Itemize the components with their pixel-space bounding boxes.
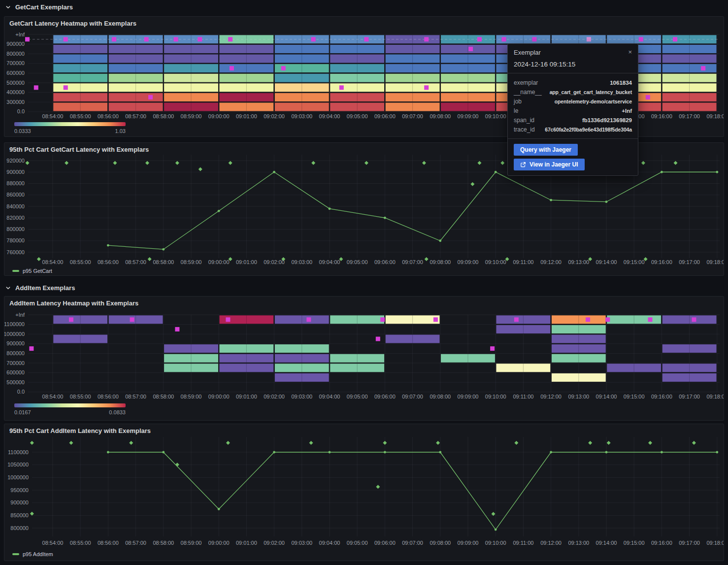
exemplar-marker[interactable] [490,346,495,351]
row-header-additem[interactable]: AddItem Exemplars [5,284,75,292]
exemplar-marker[interactable] [646,95,650,100]
exemplar-diamond[interactable] [148,257,152,261]
exemplar-diamond[interactable] [376,485,380,489]
view-in-jaeger-ui-button[interactable]: View in Jaeger UI [514,159,585,170]
exemplar-marker[interactable] [64,37,68,41]
exemplar-marker[interactable] [532,37,536,41]
exemplar-diamond[interactable] [648,441,652,445]
exemplar-marker[interactable] [174,37,178,41]
exemplar-marker[interactable] [198,37,202,41]
exemplar-diamond[interactable] [226,441,230,445]
exemplar-marker[interactable] [64,85,68,90]
exemplar-marker[interactable] [112,37,116,41]
panel-title[interactable]: GetCart Latency Heatmap with Exemplars [9,20,136,27]
legend-item-p95-additem[interactable]: p95 AddItem [12,551,53,557]
panel-title[interactable]: AddItem Latency Heatmap with Exemplars [9,299,138,307]
data-point[interactable] [495,171,497,173]
exemplar-diamond[interactable] [25,161,29,165]
exemplar-marker[interactable] [502,37,506,41]
exemplar-marker[interactable] [380,317,385,322]
exemplar-diamond[interactable] [199,167,202,171]
exemplar-diamond[interactable] [436,441,440,445]
exemplar-marker[interactable] [364,37,368,41]
exemplar-diamond[interactable] [129,441,133,445]
exemplar-diamond[interactable] [692,441,696,445]
exemplar-diamond[interactable] [65,161,68,165]
exemplar-marker[interactable] [433,317,438,322]
data-point[interactable] [605,200,608,203]
exemplar-marker[interactable] [639,37,643,41]
exemplar-marker[interactable] [148,95,153,100]
exemplar-diamond[interactable] [311,161,315,165]
data-point[interactable] [329,451,331,454]
exemplar-diamond[interactable] [674,161,678,165]
panel-title[interactable]: 95th Pct Cart AddItem Latency with Exemp… [9,427,151,434]
exemplar-diamond[interactable] [69,441,73,445]
exemplar-diamond[interactable] [470,182,474,186]
data-point[interactable] [439,239,441,242]
exemplar-diamond[interactable] [514,441,518,445]
exemplar-marker[interactable] [311,37,316,41]
row-header-getcart[interactable]: GetCart Exemplars [5,3,73,11]
exemplar-diamond[interactable] [607,441,611,445]
exemplar-marker[interactable] [477,37,482,41]
exemplar-marker[interactable] [130,317,134,322]
exemplar-marker[interactable] [29,346,33,351]
exemplar-marker[interactable] [339,85,344,90]
exemplar-marker[interactable] [306,317,311,322]
exemplar-diamond[interactable] [30,441,34,445]
exemplar-marker[interactable] [468,47,473,51]
exemplar-diamond[interactable] [364,161,368,165]
close-icon[interactable]: × [628,49,632,55]
exemplar-marker[interactable] [34,85,38,90]
data-point[interactable] [495,529,497,531]
exemplar-diamond[interactable] [425,257,429,261]
data-point[interactable] [218,210,220,212]
data-point[interactable] [329,207,331,210]
exemplar-marker[interactable] [587,37,591,41]
data-point[interactable] [107,244,109,247]
legend-item-p95-getcart[interactable]: p95 GetCart [12,268,52,274]
data-point[interactable] [107,451,109,454]
exemplar-marker[interactable] [648,317,652,322]
data-point[interactable] [384,217,386,219]
data-point[interactable] [550,199,552,201]
exemplar-marker[interactable] [281,66,286,70]
exemplar-diamond[interactable] [113,161,117,165]
exemplar-diamond[interactable] [383,441,387,445]
data-point[interactable] [605,451,608,454]
query-with-jaeger-button[interactable]: Query with Jaeger [514,144,578,156]
data-point[interactable] [716,171,718,173]
data-point[interactable] [661,451,663,454]
exemplar-marker[interactable] [69,317,73,322]
exemplar-marker[interactable] [144,37,149,41]
exemplar-diamond[interactable] [175,161,179,165]
exemplar-diamond[interactable] [229,161,232,165]
chevron-down-icon[interactable] [5,4,11,10]
data-point[interactable] [218,508,220,510]
exemplar-diamond[interactable] [145,161,149,165]
data-point[interactable] [162,451,165,454]
data-point[interactable] [661,171,663,173]
data-point[interactable] [384,451,386,454]
exemplar-marker[interactable] [605,317,610,322]
exemplar-marker[interactable] [175,327,179,332]
exemplar-marker[interactable] [376,337,380,341]
data-point[interactable] [273,451,275,454]
chevron-down-icon[interactable] [5,285,11,291]
exemplar-marker[interactable] [673,37,677,41]
data-point[interactable] [716,451,718,454]
exemplar-diamond[interactable] [37,257,41,261]
panel-title[interactable]: 95th Pct Cart GetCart Latency with Exemp… [9,146,149,153]
exemplar-diamond[interactable] [30,512,34,516]
exemplar-marker[interactable] [228,37,232,41]
exemplar-diamond[interactable] [500,161,504,165]
data-point[interactable] [439,451,441,454]
exemplar-marker[interactable] [701,66,705,70]
exemplar-marker[interactable] [424,85,429,90]
exemplar-marker[interactable] [25,37,30,41]
exemplar-marker[interactable] [424,37,429,41]
exemplar-marker[interactable] [692,317,696,322]
data-point[interactable] [162,248,165,251]
exemplar-marker[interactable] [514,317,519,322]
